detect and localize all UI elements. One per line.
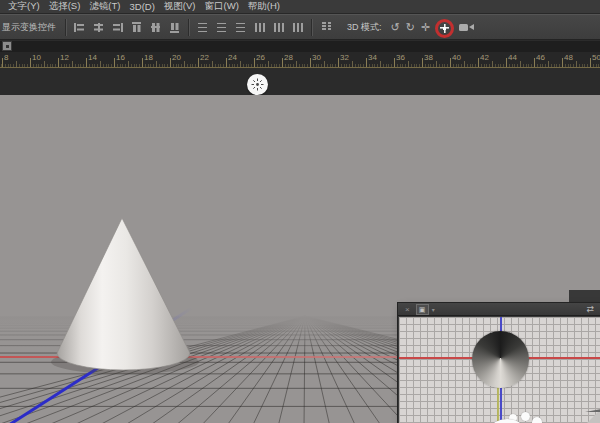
camera-view-button-icon[interactable]: ▣ — [416, 304, 429, 315]
align-top-edges-icon[interactable] — [130, 21, 143, 34]
show-transform-controls-label[interactable]: 显示变换控件 — [0, 21, 61, 34]
align-bottom-edges-icon[interactable] — [168, 21, 181, 34]
secondary-view-titlebar[interactable]: × ▣ ▾ ⇄ — [398, 303, 600, 316]
ruler-label: 20 — [172, 53, 181, 62]
toolbar-gap-strip — [0, 41, 600, 52]
distribute-horizontal-centers-icon[interactable] — [272, 21, 285, 34]
secondary-view-window[interactable]: × ▣ ▾ ⇄ — [398, 303, 600, 423]
align-right-edges-icon[interactable] — [111, 21, 124, 34]
ruler-label: 40 — [452, 53, 461, 62]
distribute-bottom-icon[interactable] — [234, 21, 247, 34]
ruler-label: 36 — [396, 53, 405, 62]
ruler-label: 38 — [424, 53, 433, 62]
menu-item-window[interactable]: 窗口(W) — [205, 0, 239, 13]
pan-3d-camera-icon[interactable]: ✛ — [421, 22, 430, 33]
separator — [188, 19, 189, 36]
document-canvas: × ▣ ▾ ⇄ — [0, 69, 600, 423]
panel-edge — [569, 290, 600, 304]
y-axis-line — [497, 387, 499, 423]
secondary-view-content[interactable] — [399, 317, 600, 423]
separator — [311, 19, 312, 36]
ruler-label: 46 — [536, 53, 545, 62]
swap-main-secondary-icon[interactable]: ⇄ — [586, 304, 594, 314]
ruler-label: 42 — [480, 53, 489, 62]
ruler-label: 8 — [4, 53, 8, 62]
distribute-right-icon[interactable] — [291, 21, 304, 34]
align-left-edges-icon[interactable] — [73, 21, 86, 34]
orbit-3d-camera-icon[interactable]: ↺ — [391, 22, 400, 33]
cone-top-view — [472, 331, 529, 388]
close-secondary-view-icon[interactable]: × — [405, 305, 410, 314]
ruler-label: 24 — [228, 53, 237, 62]
ruler-label: 22 — [200, 53, 209, 62]
ruler-label: 50 — [592, 53, 600, 62]
light-source-icon[interactable] — [247, 74, 268, 95]
distribute-top-icon[interactable] — [196, 21, 209, 34]
photoshop-window: 文字(Y) 选择(S) 滤镜(T) 3D(D) 视图(V) 窗口(W) 帮助(H… — [0, 0, 600, 423]
ruler-label: 34 — [368, 53, 377, 62]
menu-item-view[interactable]: 视图(V) — [164, 0, 196, 13]
menu-item-3d[interactable]: 3D(D) — [129, 1, 154, 12]
reference-point-icon[interactable] — [2, 41, 12, 51]
red-annotation-circle — [435, 19, 454, 38]
menu-item-select[interactable]: 选择(S) — [49, 0, 81, 13]
ruler-label: 28 — [284, 53, 293, 62]
ruler-label: 10 — [32, 53, 41, 62]
options-bar: 显示变换控件 3D 模式: ↺ ↻ ✛ — [0, 14, 600, 40]
dolly-3d-camera-icon[interactable] — [459, 22, 475, 33]
auto-align-layers-icon[interactable] — [319, 21, 334, 34]
separator — [65, 19, 66, 36]
menu-item-filter[interactable]: 滤镜(T) — [89, 0, 120, 13]
menu-item-help[interactable]: 帮助(H) — [248, 0, 280, 13]
ruler-label: 48 — [564, 53, 573, 62]
3d-cone-object[interactable] — [45, 212, 205, 387]
ruler-label: 12 — [60, 53, 69, 62]
ruler-label: 26 — [256, 53, 265, 62]
ruler-label: 16 — [116, 53, 125, 62]
roll-3d-camera-icon[interactable]: ↻ — [406, 22, 415, 33]
distribute-vertical-centers-icon[interactable] — [215, 21, 228, 34]
distribute-left-icon[interactable] — [253, 21, 266, 34]
ruler-label: 32 — [340, 53, 349, 62]
menu-bar: 文字(Y) 选择(S) 滤镜(T) 3D(D) 视图(V) 窗口(W) 帮助(H… — [0, 0, 600, 14]
3d-mode-label: 3D 模式: — [337, 21, 388, 34]
ruler-label: 14 — [88, 53, 97, 62]
ruler-label: 44 — [508, 53, 517, 62]
cursor-dot — [532, 417, 542, 423]
align-horizontal-centers-icon[interactable] — [92, 21, 105, 34]
menu-item-type[interactable]: 文字(Y) — [8, 0, 40, 13]
align-vertical-centers-icon[interactable] — [149, 21, 162, 34]
cursor-dot — [521, 412, 530, 421]
ruler-label: 30 — [312, 53, 321, 62]
ruler-label: 18 — [144, 53, 153, 62]
resize-grip[interactable] — [585, 409, 600, 423]
horizontal-ruler[interactable]: 8 10 12 14 16 18 20 22 24 26 28 30 32 34… — [0, 52, 600, 68]
3d-viewport[interactable]: × ▣ ▾ ⇄ — [0, 95, 600, 423]
slide-3d-camera-icon[interactable] — [439, 23, 450, 34]
view-select-arrow-icon[interactable]: ▾ — [432, 306, 435, 313]
